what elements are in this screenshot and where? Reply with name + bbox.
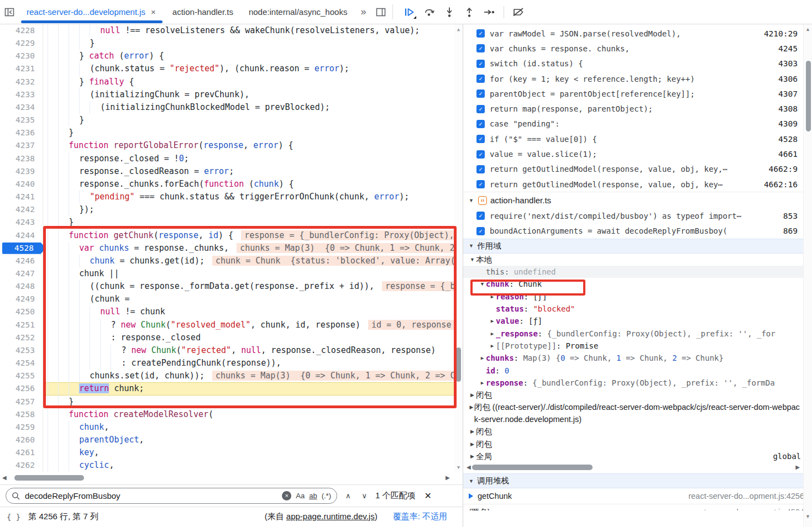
line-number-gutter[interactable]: 4236 [0, 127, 43, 139]
chevron-right-icon[interactable]: ▶ [469, 425, 476, 438]
scope-row[interactable]: ▶闭包 [463, 389, 812, 401]
breakpoint-row[interactable]: ✓for (key = 1; key < reference.length; k… [463, 71, 812, 86]
scope-row[interactable]: ▼chunk: Chunk [463, 278, 812, 290]
line-number-gutter[interactable]: 4257 [0, 396, 43, 408]
breakpoint-checkbox[interactable]: ✓ [476, 212, 485, 220]
toggle-debugger-sidebar-button[interactable] [371, 0, 390, 24]
more-tabs-button[interactable]: » [355, 0, 371, 24]
breakpoint-checkbox[interactable]: ✓ [476, 75, 485, 83]
chevron-right-icon[interactable]: ▶ [479, 352, 486, 364]
scroll-down-arrow-icon[interactable]: ▼ [805, 514, 810, 519]
regex-toggle[interactable]: (.*) [322, 492, 331, 500]
chevron-right-icon[interactable]: ▶ [469, 450, 476, 462]
line-number-gutter[interactable]: 4260 [0, 434, 43, 446]
scope-row[interactable]: id: 0 [463, 365, 812, 377]
line-number-gutter[interactable]: 4243 [0, 216, 43, 229]
chevron-right-icon[interactable]: ▶ [489, 315, 496, 327]
line-number-gutter[interactable]: 4244 [0, 229, 43, 242]
line-number-gutter[interactable]: 4258 [0, 408, 43, 421]
scroll-left-arrow-icon[interactable]: ◀ [2, 475, 7, 481]
sidebar-vscroll-thumb[interactable] [806, 61, 811, 131]
editor-hscroll-thumb[interactable] [14, 475, 84, 481]
chevron-right-icon[interactable]: ▶ [469, 389, 476, 401]
whole-word-toggle[interactable]: ab [309, 492, 317, 500]
breakpoint-checkbox[interactable]: ✓ [476, 89, 485, 98]
breakpoint-checkbox[interactable]: ✓ [476, 135, 485, 143]
line-number-gutter[interactable]: 4528 [0, 242, 43, 255]
sidebar-horizontal-scrollbar[interactable]: ◀ ▶ [463, 462, 812, 473]
next-match-button[interactable]: ∨ [359, 492, 370, 500]
line-number-gutter[interactable]: 4252 [0, 331, 43, 344]
step-over-button[interactable] [421, 4, 438, 20]
scope-row[interactable]: ▼本地 [463, 254, 812, 266]
breakpoint-checkbox[interactable]: ✓ [476, 227, 485, 235]
scope-row[interactable]: ▶闭包 ((react-server)/./dist/compiled/reac… [463, 401, 812, 425]
line-number-gutter[interactable]: 4228 [0, 24, 43, 37]
line-number-gutter[interactable]: 4239 [0, 165, 43, 178]
breakpoint-row[interactable]: ✓boundActionArguments = await decodeRepl… [463, 224, 812, 239]
breakpoint-checkbox[interactable]: ✓ [476, 120, 485, 128]
tab-react-server-development-js[interactable]: react-server-do...development.js × [19, 0, 165, 24]
line-number-gutter[interactable]: 4247 [0, 267, 43, 280]
execution-position-badge[interactable]: 4528 [2, 243, 46, 254]
line-number-gutter[interactable]: 4253 [0, 344, 43, 357]
scope-row[interactable]: ▶闭包 [463, 425, 812, 438]
clear-search-icon[interactable]: × [282, 491, 291, 500]
scroll-right-arrow-icon[interactable]: ▶ [446, 475, 450, 481]
deactivate-breakpoints-button[interactable] [510, 4, 527, 20]
scroll-right-arrow-icon[interactable]: ▶ [795, 464, 800, 470]
line-number-gutter[interactable]: 4249 [0, 293, 43, 305]
chevron-down-icon[interactable]: ▼ [479, 278, 486, 290]
chevron-right-icon[interactable]: ▶ [469, 401, 474, 413]
sidebar-vertical-scrollbar[interactable]: ▲ ▼ [803, 24, 812, 527]
close-search-button[interactable]: ✕ [421, 491, 435, 501]
step-button[interactable] [480, 4, 498, 20]
step-out-button[interactable] [460, 4, 478, 20]
step-into-button[interactable] [441, 4, 458, 20]
scope-row[interactable]: ▶_response: {_bundlerConfig: Proxy(Objec… [463, 328, 812, 340]
line-number-gutter[interactable]: 4237 [0, 139, 43, 152]
tab-node-async-hooks[interactable]: node:internal/async_hooks [241, 0, 355, 24]
line-number-gutter[interactable]: 4262 [0, 459, 43, 472]
line-number-gutter[interactable]: 4240 [0, 178, 43, 191]
breakpoint-checkbox[interactable]: ✓ [476, 150, 485, 159]
breakpoint-checkbox[interactable]: ✓ [476, 29, 485, 38]
line-number-gutter[interactable]: 4254 [0, 357, 43, 370]
search-input-container[interactable]: × Aa ab (.*) [6, 488, 337, 504]
breakpoint-row[interactable]: ✓switch (id.status) {4303 [463, 56, 812, 71]
breakpoint-checkbox[interactable]: ✓ [476, 60, 485, 68]
call-stack-frame[interactable]: (匿名)react-server-do...opment.js:4534 [463, 504, 812, 510]
line-number-gutter[interactable]: 4248 [0, 280, 43, 293]
scroll-down-arrow-icon[interactable]: ▼ [454, 465, 463, 470]
chevron-right-icon[interactable]: ▶ [489, 328, 496, 340]
scroll-left-arrow-icon[interactable]: ◀ [467, 464, 471, 470]
breakpoint-row[interactable]: ✓return getOutlinedModel(response, value… [463, 162, 812, 177]
breakpoint-row[interactable]: ✓parentObject = parentObject[reference[k… [463, 86, 812, 101]
line-number-gutter[interactable]: 4235 [0, 114, 43, 127]
scroll-up-arrow-icon[interactable]: ▲ [454, 27, 463, 32]
line-number-gutter[interactable]: 4241 [0, 191, 43, 203]
scope-row[interactable]: ▶response: {_bundlerConfig: Proxy(Object… [463, 377, 812, 389]
breakpoint-row[interactable]: ✓require('next/dist/compiled/busboy') as… [463, 208, 812, 223]
line-number-gutter[interactable]: 4238 [0, 152, 43, 165]
scope-row[interactable]: ▶chunks: Map(3) {0 => Chunk, 1 => Chunk,… [463, 352, 812, 364]
scope-row[interactable]: ▶reason: [ƒ] [463, 291, 812, 303]
scroll-up-arrow-icon[interactable]: ▲ [805, 27, 810, 32]
coverage-status-link[interactable]: 覆盖率: 不适用 [393, 512, 447, 522]
line-number-gutter[interactable]: 4232 [0, 76, 43, 88]
sidebar-hscroll-thumb[interactable] [472, 465, 593, 470]
code-editor[interactable]: 4228 null !== resolveListeners && wakeCh… [0, 24, 463, 472]
breakpoint-row[interactable]: ✓case "pending":4309 [463, 117, 812, 131]
scope-row[interactable]: ▶value: [ƒ] [463, 315, 812, 327]
scope-row[interactable]: ▶[[Prototype]]: Promise [463, 340, 812, 352]
chevron-right-icon[interactable]: ▶ [479, 377, 486, 389]
tab-close-icon[interactable]: × [150, 7, 157, 17]
line-number-gutter[interactable]: 4246 [0, 255, 43, 267]
call-stack-frame[interactable]: getChunkreact-server-do...opment.js:4256 [463, 488, 812, 504]
chevron-right-icon[interactable]: ▶ [489, 340, 496, 352]
breakpoint-row[interactable]: ✓if ("$" === value[0]) {4528 [463, 131, 812, 146]
line-number-gutter[interactable]: 4230 [0, 50, 43, 62]
line-number-gutter[interactable]: 4261 [0, 446, 43, 459]
source-map-link[interactable]: app-page.runtime.dev.js [286, 512, 375, 521]
match-case-toggle[interactable]: Aa [296, 492, 305, 500]
